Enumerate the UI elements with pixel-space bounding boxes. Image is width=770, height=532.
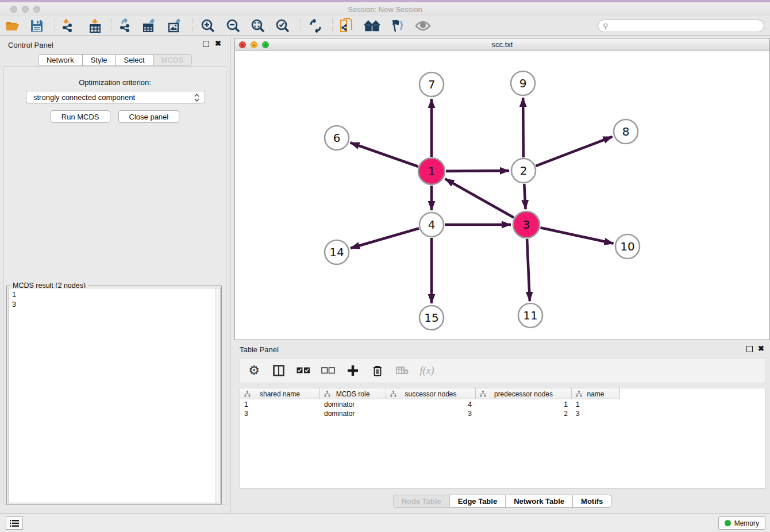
birdseye-view-icon[interactable] <box>414 18 432 34</box>
graph-node-1[interactable]: 1 <box>418 158 445 184</box>
graph-node-3[interactable]: 3 <box>513 211 540 238</box>
svg-text:14: 14 <box>329 245 344 259</box>
delete-column-icon[interactable] <box>370 363 385 378</box>
search-field[interactable]: ⚲ <box>598 20 764 32</box>
table-row[interactable]: 3dominator323 <box>240 409 620 418</box>
graph-node-15[interactable]: 15 <box>419 306 444 330</box>
export-network-icon[interactable] <box>116 18 134 34</box>
export-table-icon[interactable] <box>141 18 159 34</box>
control-panel-tabs: NetworkStyleSelectMCDS <box>0 54 230 66</box>
save-session-icon[interactable] <box>28 18 46 34</box>
split-panel-icon[interactable] <box>271 363 286 378</box>
graph-node-11[interactable]: 11 <box>518 303 542 327</box>
result-scrollbar[interactable] <box>215 288 220 503</box>
svg-text:2: 2 <box>520 164 528 178</box>
hide-graphics-details-icon[interactable] <box>388 18 406 34</box>
table-cell[interactable]: 1 <box>476 400 572 409</box>
import-table-icon[interactable] <box>86 18 104 34</box>
column-header-successor-nodes[interactable]: successor nodes <box>386 388 476 399</box>
zoom-out-icon[interactable] <box>224 18 242 34</box>
table-cell[interactable]: 3 <box>386 409 476 418</box>
graph-node-8[interactable]: 8 <box>614 119 638 144</box>
clone-network-icon[interactable] <box>338 18 356 34</box>
titlebar: Session: New Session <box>0 2 770 16</box>
select-all-checkboxes-icon[interactable] <box>296 363 311 378</box>
apply-layout-icon[interactable] <box>306 18 325 34</box>
select-stepper-icon <box>194 92 200 103</box>
control-tab-select[interactable]: Select <box>116 54 153 66</box>
graph-edge-1-2[interactable] <box>446 171 509 171</box>
memory-button[interactable]: Memory <box>718 516 765 530</box>
table-cell[interactable]: 3 <box>572 409 620 418</box>
table-cell[interactable]: dominator <box>320 400 386 409</box>
toolbar-separator <box>332 18 333 33</box>
graph-node-10[interactable]: 10 <box>615 234 640 259</box>
table-row[interactable]: 1dominator411 <box>240 400 620 409</box>
control-panel: Control Panel ✖ NetworkStyleSelectMCDS O… <box>0 36 230 513</box>
open-session-icon[interactable] <box>3 18 22 34</box>
deselect-all-checkboxes-icon[interactable] <box>321 363 336 378</box>
network-graph[interactable]: 7968124314101511 <box>235 51 769 340</box>
graph-edge-3-1[interactable] <box>445 179 514 217</box>
network-canvas[interactable]: 7968124314101511 <box>235 51 769 340</box>
table-cell[interactable]: dominator <box>320 409 386 418</box>
table-tab-network-table[interactable]: Network Table <box>506 495 573 508</box>
graph-node-9[interactable]: 9 <box>511 71 535 95</box>
zoom-fit-icon[interactable] <box>249 18 267 34</box>
column-header-MCDS-role[interactable]: MCDS role <box>320 388 386 399</box>
graph-node-4[interactable]: 4 <box>419 213 444 237</box>
task-history-button[interactable] <box>6 516 23 530</box>
table-cell[interactable]: 1 <box>572 400 620 409</box>
graph-edge-2-3[interactable] <box>524 184 525 209</box>
main-toolbar: ⚲ <box>0 16 770 36</box>
zoom-selected-icon[interactable] <box>274 18 292 34</box>
export-image-icon[interactable] <box>166 18 184 34</box>
zoom-in-icon[interactable] <box>199 18 217 34</box>
graph-edge-2-8[interactable] <box>536 137 612 166</box>
import-network-icon[interactable] <box>59 18 77 34</box>
column-settings-icon[interactable]: ⚙ <box>247 363 261 378</box>
table-tab-motifs[interactable]: Motifs <box>573 495 611 508</box>
svg-text:7: 7 <box>428 78 436 91</box>
apply-function-icon: f(x) <box>419 363 434 378</box>
graph-node-2[interactable]: 2 <box>511 159 536 183</box>
close-panel-button[interactable]: Close panel <box>118 110 180 123</box>
run-mcds-button[interactable]: Run MCDS <box>51 110 110 123</box>
close-panel-icon[interactable]: ✖ <box>215 39 221 48</box>
table-cell[interactable]: 3 <box>240 409 320 418</box>
graph-edge-1-6[interactable] <box>351 142 418 166</box>
table-float-icon[interactable] <box>746 346 753 352</box>
table-tab-node-table[interactable]: Node Table <box>393 495 450 508</box>
svg-text:10: 10 <box>620 240 634 253</box>
node-table[interactable]: shared nameMCDS rolesuccessor nodesprede… <box>240 388 765 489</box>
control-tab-mcds[interactable]: MCDS <box>153 54 192 66</box>
table-tab-edge-table[interactable]: Edge Table <box>450 495 506 508</box>
graph-node-7[interactable]: 7 <box>419 72 444 97</box>
graph-edge-3-11[interactable] <box>527 239 530 301</box>
add-column-icon[interactable] <box>345 363 360 378</box>
control-tab-network[interactable]: Network <box>38 54 83 66</box>
control-tab-style[interactable]: Style <box>83 54 116 66</box>
graph-edge-3-10[interactable] <box>540 228 613 243</box>
column-header-shared-name[interactable]: shared name <box>240 388 320 399</box>
graph-edge-4-14[interactable] <box>351 228 419 248</box>
mcds-result-area[interactable]: 1 3 <box>8 288 221 503</box>
graph-node-14[interactable]: 14 <box>325 240 349 264</box>
network-window-titlebar[interactable]: × – + scc.txt <box>235 38 769 51</box>
column-header-name[interactable]: name <box>572 388 620 399</box>
column-header-predecessor-nodes[interactable]: predecessor nodes <box>476 388 572 399</box>
node-table-header: shared nameMCDS rolesuccessor nodesprede… <box>240 388 620 399</box>
graph-edge-2-9[interactable] <box>523 98 523 157</box>
criterion-select[interactable]: strongly connected component <box>26 91 205 103</box>
graph-node-6[interactable]: 6 <box>325 126 349 150</box>
svg-text:4: 4 <box>428 218 436 232</box>
show-panels-home-icon[interactable] <box>363 18 382 34</box>
table-cell[interactable]: 4 <box>386 400 476 409</box>
search-input[interactable] <box>609 21 764 31</box>
table-cell[interactable]: 1 <box>240 400 320 409</box>
float-panel-icon[interactable] <box>203 41 209 47</box>
table-close-icon[interactable]: ✖ <box>758 344 764 353</box>
delete-table-icon <box>395 363 410 378</box>
network-view-window: × – + scc.txt 7968124314101511 <box>234 38 770 340</box>
table-cell[interactable]: 2 <box>476 409 572 418</box>
